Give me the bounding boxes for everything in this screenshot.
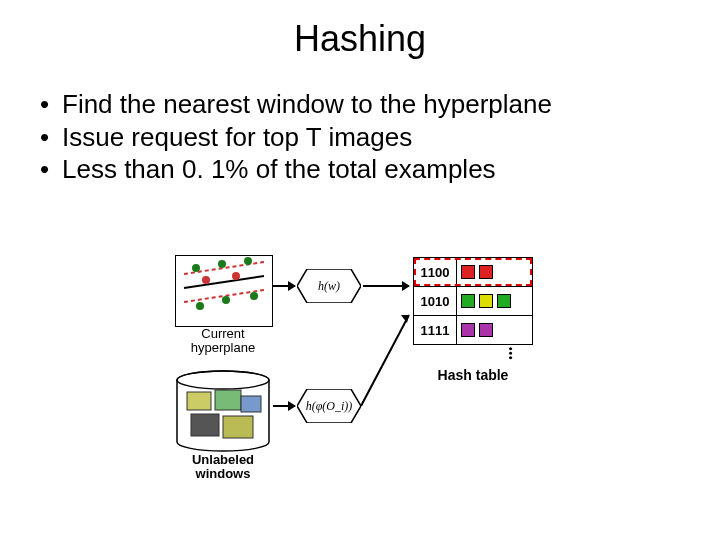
- bullet-item: • Issue request for top T images: [40, 121, 720, 154]
- bullet-dot-icon: •: [40, 153, 62, 186]
- slide-title: Hashing: [0, 18, 720, 60]
- svg-point-6: [202, 276, 210, 284]
- svg-rect-18: [223, 416, 253, 438]
- hash-node-phi-label: h(φ(O_i)): [297, 389, 361, 423]
- cylinder-icon: [175, 370, 271, 456]
- arrow-icon: [273, 285, 295, 287]
- svg-point-3: [192, 264, 200, 272]
- svg-rect-15: [215, 390, 241, 410]
- unlabeled-cylinder: [175, 370, 271, 450]
- swatch-icon: [497, 294, 511, 308]
- vertical-dots-icon: •••: [505, 347, 516, 361]
- table-row: 1111: [413, 315, 533, 345]
- hyperplane-label: Current hyperplane: [171, 327, 275, 354]
- bullet-dot-icon: •: [40, 88, 62, 121]
- table-row: 1010: [413, 286, 533, 316]
- hash-table: 1100 1010 1111: [413, 257, 533, 344]
- hash-table-label: Hash table: [413, 367, 533, 383]
- svg-point-10: [250, 292, 258, 300]
- hash-node-phi: h(φ(O_i)): [297, 389, 361, 423]
- svg-point-5: [244, 257, 252, 265]
- hyperplane-scatter-icon: [176, 256, 272, 326]
- bullet-item: • Less than 0. 1% of the total examples: [40, 153, 720, 186]
- swatch-icon: [479, 265, 493, 279]
- bullet-text: Issue request for top T images: [62, 121, 412, 154]
- swatch-icon: [461, 323, 475, 337]
- swatch-icon: [479, 323, 493, 337]
- unlabeled-label: Unlabeled windows: [175, 453, 271, 480]
- hash-bucket: [457, 258, 532, 286]
- hash-node-w-label: h(w): [297, 269, 361, 303]
- hash-bucket: [457, 287, 532, 315]
- bullet-list: • Find the nearest window to the hyperpl…: [40, 88, 720, 186]
- bullet-text: Find the nearest window to the hyperplan…: [62, 88, 552, 121]
- svg-point-8: [196, 302, 204, 310]
- svg-rect-16: [241, 396, 261, 412]
- svg-point-7: [232, 272, 240, 280]
- hash-code: 1100: [414, 258, 457, 286]
- svg-rect-14: [187, 392, 211, 410]
- hash-node-w: h(w): [297, 269, 361, 303]
- table-row: 1100: [413, 257, 533, 287]
- svg-line-1: [184, 276, 264, 288]
- bullet-text: Less than 0. 1% of the total examples: [62, 153, 496, 186]
- svg-point-4: [218, 260, 226, 268]
- hash-code: 1010: [414, 287, 457, 315]
- bullet-item: • Find the nearest window to the hyperpl…: [40, 88, 720, 121]
- hash-code: 1111: [414, 316, 457, 344]
- hyperplane-box: [175, 255, 273, 327]
- svg-point-9: [222, 296, 230, 304]
- swatch-icon: [461, 294, 475, 308]
- bullet-dot-icon: •: [40, 121, 62, 154]
- arrow-icon: [273, 405, 295, 407]
- hashing-diagram: Current hyperplane h(w) Unlabeled window…: [175, 255, 545, 475]
- svg-rect-17: [191, 414, 219, 436]
- hash-bucket: [457, 316, 532, 344]
- swatch-icon: [479, 294, 493, 308]
- swatch-icon: [461, 265, 475, 279]
- arrow-icon: [361, 285, 417, 415]
- svg-line-20: [361, 315, 409, 406]
